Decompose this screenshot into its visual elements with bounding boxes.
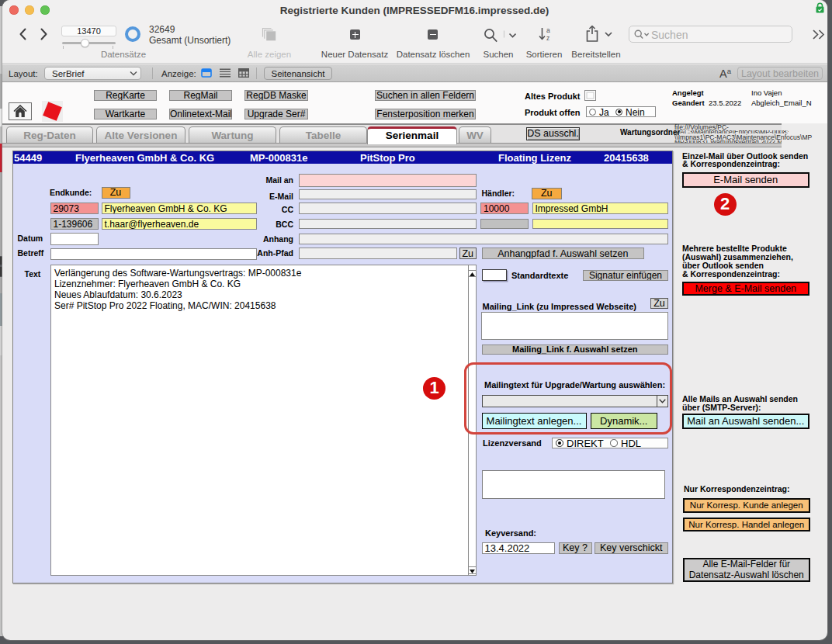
svg-text:z: z <box>546 34 549 42</box>
svg-text:a: a <box>546 27 550 34</box>
